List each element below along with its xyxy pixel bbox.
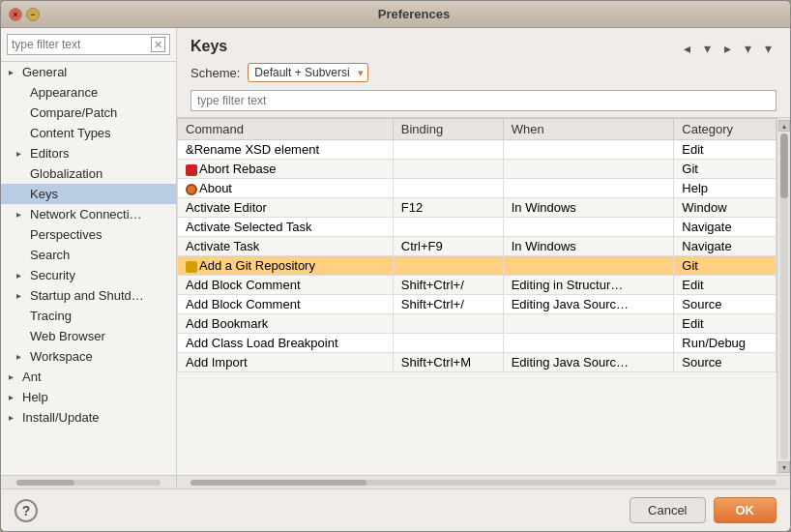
vertical-scrollbar[interactable]: ▴ ▾ <box>776 118 790 475</box>
tree-label-editors: Editors <box>30 146 69 161</box>
tree-item-keys[interactable]: Keys <box>1 184 176 204</box>
cell-command: Activate Selected Task <box>178 218 394 237</box>
close-button[interactable]: × <box>9 8 22 21</box>
tree-arrow-network-conn: ▸ <box>16 209 28 220</box>
tree-item-network-conn[interactable]: ▸Network Connecti… <box>1 204 176 224</box>
h-scroll-thumb[interactable] <box>190 480 366 486</box>
cell-binding: Ctrl+F9 <box>393 237 503 256</box>
scroll-thumb[interactable] <box>16 480 74 486</box>
tree-item-search[interactable]: Search <box>1 245 176 265</box>
bottom-actions: Cancel OK <box>630 497 776 523</box>
tree-item-security[interactable]: ▸Security <box>1 265 176 285</box>
cell-when: Editing Java Sourc… <box>503 295 674 314</box>
cell-category: Edit <box>674 276 776 295</box>
horizontal-scrollbar[interactable] <box>1 475 176 488</box>
tree-item-appearance[interactable]: Appearance <box>1 82 176 103</box>
cell-when: Editing Java Sourc… <box>503 353 674 372</box>
tree-label-general: General <box>22 65 67 79</box>
cell-category: Edit <box>674 314 776 334</box>
red-square-icon <box>186 164 197 176</box>
cell-when <box>503 256 674 276</box>
table-row[interactable]: &Rename XSD elementEdit <box>178 140 776 160</box>
table-row[interactable]: Add Block CommentShift+Ctrl+/Editing Jav… <box>178 295 776 314</box>
cell-when <box>503 314 674 334</box>
toolbar-forward-dropdown[interactable]: ▾ <box>740 38 756 59</box>
tree-label-install-update: Install/Update <box>22 410 100 425</box>
tree-item-ant[interactable]: ▸Ant <box>1 367 176 387</box>
table-scroll-wrapper: CommandBindingWhenCategory &Rename XSD e… <box>177 118 790 475</box>
tree-item-install-update[interactable]: ▸Install/Update <box>1 407 176 428</box>
scroll-wrapper[interactable]: CommandBindingWhenCategory &Rename XSD e… <box>177 118 776 475</box>
command-text: &Rename XSD element <box>186 142 319 157</box>
tree-arrow-install-update: ▸ <box>9 412 20 423</box>
cell-binding <box>393 179 503 198</box>
cell-binding <box>393 256 503 276</box>
keys-filter-input[interactable] <box>197 94 770 107</box>
toolbar-forward-button[interactable]: ▸ <box>719 38 736 59</box>
col-header-category: Category <box>674 119 776 140</box>
table-horizontal-scrollbar[interactable] <box>177 475 790 488</box>
toolbar-back-dropdown[interactable]: ▾ <box>699 38 716 59</box>
title-bar: × − Preferences <box>1 1 790 28</box>
tree-label-tracing: Tracing <box>30 309 72 323</box>
tree-item-perspectives[interactable]: Perspectives <box>1 224 176 245</box>
cell-binding <box>393 218 503 237</box>
tree-label-globalization: Globalization <box>30 166 103 181</box>
tree-item-help[interactable]: ▸Help <box>1 387 176 407</box>
filter-clear-button[interactable]: ✕ <box>151 37 165 52</box>
toolbar-back-button[interactable]: ◂ <box>679 38 695 59</box>
table-row[interactable]: Activate Selected TaskNavigate <box>178 218 776 237</box>
scroll-up-button[interactable]: ▴ <box>778 120 790 132</box>
cell-binding: Shift+Ctrl+M <box>393 353 503 372</box>
tree-container: ▸GeneralAppearanceCompare/PatchContent T… <box>1 62 176 475</box>
help-button[interactable]: ? <box>15 499 38 522</box>
keys-table: CommandBindingWhenCategory &Rename XSD e… <box>177 118 776 372</box>
table-row[interactable]: Add a Git RepositoryGit <box>178 256 776 276</box>
table-row[interactable]: Activate TaskCtrl+F9In WindowsNavigate <box>178 237 776 256</box>
table-row[interactable]: Add Block CommentShift+Ctrl+/Editing in … <box>178 276 776 295</box>
tree-item-editors[interactable]: ▸Editors <box>1 143 176 163</box>
tree-arrow-editors: ▸ <box>16 148 28 159</box>
ok-button[interactable]: OK <box>714 497 777 523</box>
scheme-select[interactable]: Default + Subversi <box>248 63 368 82</box>
tree-item-globalization[interactable]: Globalization <box>1 163 176 184</box>
tree-item-compare-patch[interactable]: Compare/Patch <box>1 103 176 123</box>
col-header-command: Command <box>178 119 394 140</box>
table-row[interactable]: AboutHelp <box>178 179 776 198</box>
table-row[interactable]: Activate EditorF12In WindowsWindow <box>178 198 776 218</box>
dialog-title: Preferences <box>45 7 782 21</box>
tree-label-perspectives: Perspectives <box>30 227 102 242</box>
scroll-thumb-vertical[interactable] <box>780 133 788 198</box>
cell-when <box>503 179 674 198</box>
filter-input[interactable] <box>12 38 151 51</box>
cell-command: Abort Rebase <box>178 160 394 179</box>
table-row[interactable]: Add ImportShift+Ctrl+MEditing Java Sourc… <box>178 353 776 372</box>
tree-item-content-types[interactable]: Content Types <box>1 123 176 143</box>
table-row[interactable]: Abort RebaseGit <box>178 160 776 179</box>
scroll-track-vertical <box>780 133 788 459</box>
tree-item-workspace[interactable]: ▸Workspace <box>1 346 176 367</box>
scroll-down-button[interactable]: ▾ <box>778 461 790 473</box>
h-scroll-track <box>190 480 776 486</box>
cancel-button[interactable]: Cancel <box>630 497 705 523</box>
tree-item-general[interactable]: ▸General <box>1 62 176 82</box>
cell-category: Source <box>674 353 776 372</box>
toolbar-menu-button[interactable]: ▾ <box>760 38 776 59</box>
cell-binding: Shift+Ctrl+/ <box>393 295 503 314</box>
cell-category: Run/Debug <box>674 334 776 353</box>
command-text: About <box>199 181 232 195</box>
scroll-track <box>16 480 161 486</box>
cell-command: Activate Editor <box>178 198 394 218</box>
tree-item-tracing[interactable]: Tracing <box>1 306 176 326</box>
tree-item-web-browser[interactable]: Web Browser <box>1 326 176 346</box>
tree-item-startup-shutd[interactable]: ▸Startup and Shutd… <box>1 285 176 306</box>
tree-arrow-workspace: ▸ <box>16 351 28 362</box>
cell-binding <box>393 140 503 160</box>
filter-box: ✕ <box>1 28 176 62</box>
table-row[interactable]: Add BookmarkEdit <box>178 314 776 334</box>
cell-category: Git <box>674 256 776 276</box>
git-icon <box>186 261 197 273</box>
table-row[interactable]: Add Class Load BreakpointRun/Debug <box>178 334 776 353</box>
command-text: Add Bookmark <box>186 316 268 331</box>
minimize-button[interactable]: − <box>26 8 40 21</box>
